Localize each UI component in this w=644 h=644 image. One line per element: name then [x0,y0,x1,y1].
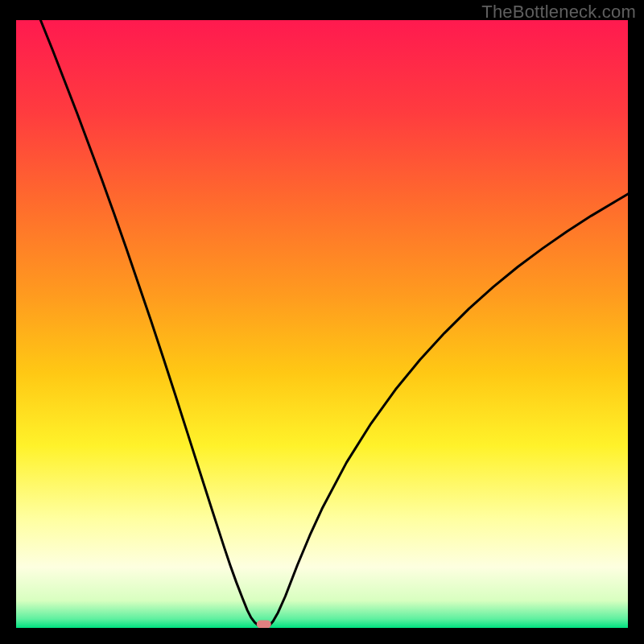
minimum-marker [257,620,271,628]
bottleneck-chart [16,20,628,628]
watermark-text: TheBottleneck.com [481,2,636,23]
gradient-background [16,20,628,628]
chart-frame: TheBottleneck.com [0,0,644,644]
plot-area [16,20,628,628]
